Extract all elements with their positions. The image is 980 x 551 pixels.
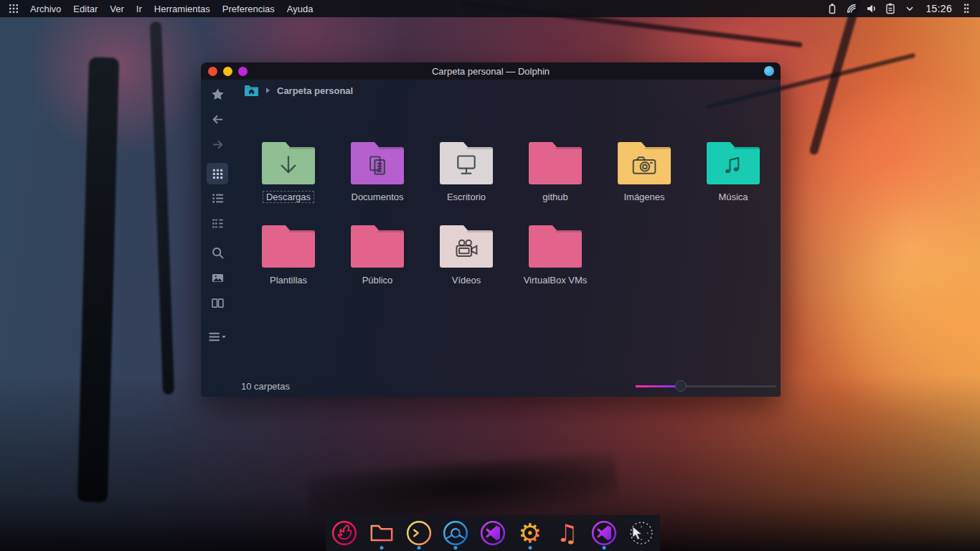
close-button[interactable]: [208, 67, 217, 76]
window-menu-button[interactable]: [764, 66, 774, 76]
menu-editar[interactable]: Editar: [73, 4, 98, 14]
sidebar-icons-view-button[interactable]: [207, 163, 228, 184]
window-body: Carpeta personal DescargasDocumentosEscr…: [201, 80, 781, 397]
dock-files[interactable]: [364, 516, 399, 550]
video-camera-emblem-icon: [440, 230, 493, 268]
sidebar-search-button[interactable]: [207, 240, 228, 265]
menu-ir[interactable]: Ir: [136, 4, 142, 14]
folder-icon: [529, 230, 582, 268]
firefox-icon: [330, 519, 359, 547]
folder-icon: [529, 147, 582, 184]
panel-clock[interactable]: 15:26: [925, 3, 952, 14]
sidebar-back-button[interactable]: [207, 107, 228, 132]
minimize-button[interactable]: [223, 67, 232, 76]
clipboard-icon[interactable]: [884, 2, 897, 15]
folder-label: github: [539, 191, 571, 203]
gear-icon: ⚙: [518, 520, 542, 547]
dock-settings[interactable]: ⚙: [513, 516, 547, 550]
network-signal-icon[interactable]: [845, 2, 858, 15]
battery-icon[interactable]: [826, 2, 839, 15]
folder-icon: [351, 230, 404, 268]
maximize-button[interactable]: [238, 67, 248, 76]
slider-handle[interactable]: [675, 380, 687, 392]
folder-label: Plantillas: [266, 274, 311, 286]
folder-icon-wrap: [351, 220, 404, 268]
folder-icon: [618, 147, 671, 184]
folder-plantillas[interactable]: Plantillas: [244, 220, 333, 301]
desktop-wallpaper: ArchivoEditarVerIrHerramientasPreferenci…: [0, 0, 980, 551]
folder-icon-wrap: [440, 137, 493, 184]
running-indicator: [417, 546, 420, 550]
dock-folder-icon: [367, 519, 396, 547]
image-preview-icon: [211, 271, 225, 285]
camera-emblem-icon: [618, 147, 671, 184]
home-folder-icon[interactable]: [244, 85, 260, 97]
dock-chrome[interactable]: [438, 516, 473, 550]
folder-música[interactable]: Música: [689, 137, 778, 217]
volume-icon[interactable]: [864, 2, 877, 15]
system-tray: 15:26: [826, 2, 973, 15]
music-notes-icon: ♫: [556, 521, 578, 545]
folder-label: VirtualBox VMs: [520, 274, 591, 286]
hamburger-menu-icon: [208, 330, 227, 344]
folder-escritorio[interactable]: Escritorio: [422, 137, 511, 217]
folder-público[interactable]: Público: [333, 220, 422, 301]
sidebar-forward-button[interactable]: [207, 132, 228, 157]
vscode-icon: [590, 519, 618, 547]
tree-trunk: [150, 22, 174, 395]
menu-preferencias[interactable]: Preferencias: [222, 4, 275, 14]
breadcrumb-location[interactable]: Carpeta personal: [277, 85, 353, 96]
sidebar-split-view-button[interactable]: [207, 291, 228, 316]
folder-label: Descargas: [263, 191, 314, 203]
search-icon: [211, 246, 225, 260]
sidebar-preview-button[interactable]: [207, 265, 228, 291]
folder-descargas[interactable]: Descargas: [244, 137, 333, 217]
dock-vscode-2[interactable]: [587, 516, 621, 550]
zoom-slider[interactable]: [636, 380, 776, 392]
app-grid-icon[interactable]: [7, 2, 20, 15]
chevron-down-icon[interactable]: [903, 2, 916, 15]
titlebar[interactable]: Carpeta personal — Dolphin: [201, 62, 781, 80]
folder-icon-wrap: [440, 220, 493, 268]
menubar-items: ArchivoEditarVerIrHerramientasPreferenci…: [30, 4, 313, 14]
split-view-icon: [211, 296, 225, 310]
tray-slot: [826, 2, 916, 15]
dock-terminal[interactable]: [402, 516, 436, 550]
folder-icon-wrap: [529, 137, 582, 184]
statusbar: 10 carpetas: [201, 375, 781, 397]
menu-herramientas[interactable]: Herramientas: [154, 4, 210, 14]
folder-icon: [707, 147, 760, 184]
folder-documentos[interactable]: Documentos: [333, 137, 422, 217]
menu-ver[interactable]: Ver: [110, 4, 124, 14]
sidebar-bookmarks-button[interactable]: [207, 82, 228, 107]
folder-label: Documentos: [348, 191, 407, 203]
music-note-emblem-icon: [707, 147, 760, 184]
folder-vídeos[interactable]: Vídeos: [422, 220, 511, 301]
slider-track: [681, 385, 776, 387]
grid-view-icon: [211, 167, 225, 181]
list-view-icon: [211, 192, 225, 205]
dock-music[interactable]: ♫: [550, 516, 585, 550]
folder-icon-wrap: [618, 137, 671, 184]
folder-icon-wrap: [707, 137, 760, 184]
panel-dots-icon[interactable]: [960, 2, 973, 15]
window-controls: [208, 62, 248, 80]
terminal-icon: [405, 519, 433, 547]
dock: ⚙♫: [326, 515, 660, 551]
sidebar-compact-view-button[interactable]: [207, 186, 228, 211]
folder-label: Público: [359, 274, 397, 286]
menu-archivo[interactable]: Archivo: [30, 4, 61, 14]
sidebar-menu-button[interactable]: [207, 324, 228, 349]
folder-icon: [262, 230, 315, 268]
star-icon: [211, 88, 225, 101]
slider-track-active: [636, 385, 681, 387]
running-indicator: [603, 546, 606, 550]
sidebar-details-view-button[interactable]: [207, 211, 228, 236]
folder-icon: [440, 230, 493, 268]
dock-firefox[interactable]: [327, 516, 362, 550]
folder-imágenes[interactable]: Imágenes: [600, 137, 689, 217]
dock-vscode[interactable]: [476, 516, 510, 550]
folder-virtualbox-vms[interactable]: VirtualBox VMs: [511, 220, 600, 301]
folder-github[interactable]: github: [511, 137, 600, 217]
menu-ayuda[interactable]: Ayuda: [287, 4, 314, 14]
